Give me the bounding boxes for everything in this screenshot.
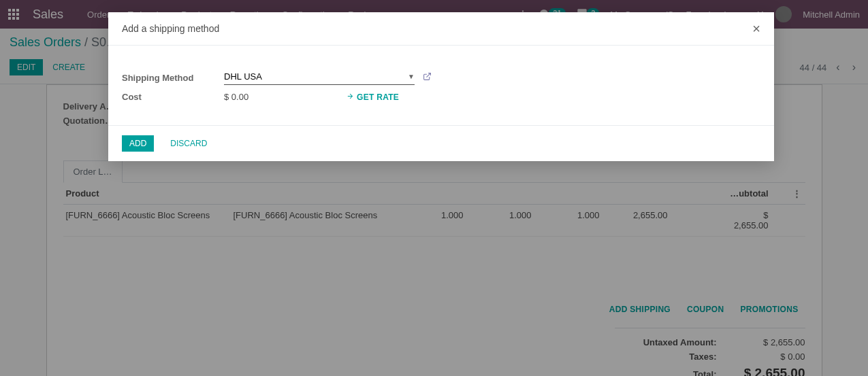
shipping-method-select[interactable]: ▼: [224, 70, 415, 85]
shipping-method-row: Shipping Method ▼: [122, 70, 760, 85]
modal-header: Add a shipping method ×: [108, 12, 774, 46]
svg-line-3: [426, 73, 430, 78]
cost-label: Cost: [122, 92, 224, 102]
discard-button[interactable]: DISCARD: [161, 136, 216, 151]
modal-title: Add a shipping method: [122, 23, 219, 34]
add-button[interactable]: ADD: [122, 135, 154, 152]
cost-value: $ 0.00: [224, 92, 347, 102]
get-rate-button[interactable]: GET RATE: [347, 92, 399, 102]
close-icon[interactable]: ×: [752, 22, 760, 35]
modal-footer: ADD DISCARD: [108, 125, 774, 161]
shipping-method-label: Shipping Method: [122, 73, 224, 83]
external-link-icon[interactable]: [423, 72, 432, 83]
chevron-down-icon[interactable]: ▼: [408, 73, 415, 80]
cost-row: Cost $ 0.00 GET RATE: [122, 92, 760, 102]
arrow-right-icon: [347, 92, 354, 102]
shipping-method-input[interactable]: [224, 70, 408, 83]
modal-body: Shipping Method ▼ Cost $ 0.00 GET RATE: [108, 46, 774, 125]
get-rate-label: GET RATE: [357, 92, 399, 102]
shipping-modal: Add a shipping method × Shipping Method …: [108, 12, 774, 161]
